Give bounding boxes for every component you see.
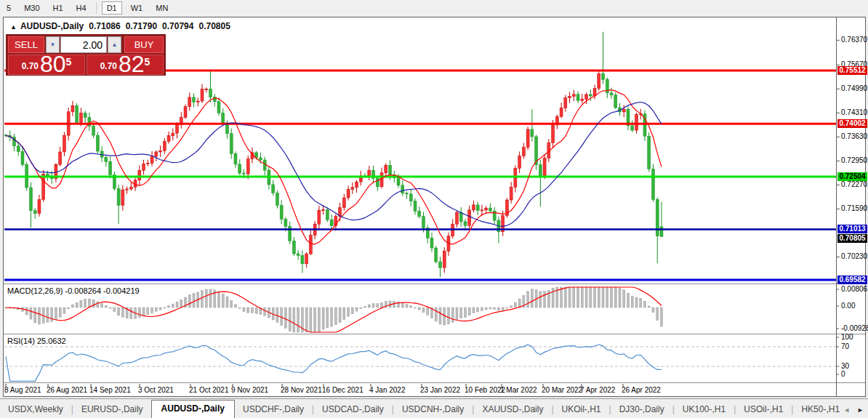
tab-scroll-left-icon[interactable]: ◄ — [843, 406, 850, 414]
price-axis-label: 0.73630 — [841, 132, 867, 140]
chart-tab-usoil-h1[interactable]: USOil-,H1 — [736, 401, 791, 418]
price-axis-label: 0.74310 — [841, 108, 867, 116]
buy-price-pips: 82 — [118, 55, 145, 74]
level-price-badge: 0.71013 — [837, 225, 867, 233]
price-axis-label: 0.00 — [841, 302, 855, 310]
sell-price-point: 5 — [66, 56, 72, 68]
chart-tab-usdcad-daily[interactable]: USDCAD-,Daily — [314, 401, 392, 418]
date-tick-label: 9 Nov 2021 — [231, 386, 268, 394]
macd-indicator-label: MACD(12,26,9) -0.008264 -0.004219 — [7, 286, 140, 295]
chart-tab-usdchf-daily[interactable]: USDCHF-,Daily — [235, 401, 312, 418]
level-price-badge: 0.72504 — [837, 172, 867, 181]
quote-open: 0.71086 — [89, 21, 120, 31]
volume-decrease-button[interactable]: ▼ — [46, 36, 60, 53]
buy-price-prefix: 0.70 — [100, 61, 117, 71]
chart-symbol-label: AUDUSD-,Daily — [20, 21, 84, 31]
chart-title: ▲AUDUSD-,Daily0.710860.717900.707940.708… — [10, 21, 230, 31]
date-tick-label: 23 Jan 2022 — [420, 386, 460, 394]
tab-scroll-right-icon[interactable]: ► — [857, 406, 864, 414]
date-tick-label: 14 Sep 2021 — [89, 386, 131, 394]
chart-tab-dj30-daily[interactable]: DJ30-,Daily — [611, 401, 672, 418]
price-axis-label: 0.71590 — [841, 204, 867, 212]
buy-button[interactable]: BUY — [124, 36, 164, 53]
level-price-badge: 0.74002 — [837, 119, 867, 128]
date-tick-label: 16 Dec 2021 — [322, 386, 363, 394]
panel-separator-dates — [4, 382, 865, 384]
sell-price-pips: 80 — [40, 55, 66, 74]
chart-tab-hk50-h1[interactable]: HK50-,H1 — [793, 401, 848, 418]
price-axis-label: 100 — [841, 333, 853, 341]
level-price-badge: 0.69582 — [837, 276, 867, 284]
quote-close: 0.70805 — [198, 21, 230, 31]
price-axis-label: 0 — [841, 370, 845, 378]
volume-increase-button[interactable]: ▲ — [108, 36, 121, 53]
price-axis-label: 70 — [841, 342, 849, 350]
chart-tab-usdcnh-daily[interactable]: USDCNH-,Daily — [394, 401, 472, 418]
date-tick-label: 7 Apr 2022 — [580, 386, 615, 394]
date-tick-label: 28 Nov 2021 — [281, 386, 322, 394]
price-axis-label: 0.72950 — [841, 156, 867, 164]
chart-tab-bar: USDX,Weekly|EURUSD-,DailyAUDUSD-,DailyUS… — [0, 398, 868, 418]
date-tick-label: 26 Aug 2021 — [47, 386, 87, 394]
chevron-up-icon: ▲ — [112, 41, 118, 48]
chart-tab-uk100-h1[interactable]: UK100-,H1 — [675, 401, 734, 418]
date-tick-label: 3 Oct 2021 — [138, 386, 174, 394]
date-tick-label: 10 Feb 2022 — [465, 386, 505, 394]
quote-low: 0.70794 — [162, 21, 193, 31]
date-tick-label: 8 Aug 2021 — [4, 386, 41, 394]
rsi-indicator-label: RSI(14) 25.0632 — [7, 337, 66, 345]
price-axis-label: 0.74990 — [841, 84, 867, 92]
chevron-down-icon: ▼ — [50, 41, 56, 48]
date-tick-label: 26 Apr 2022 — [622, 386, 661, 394]
buy-price-point: 5 — [145, 56, 150, 68]
chart-tab-xauusd-daily[interactable]: XAUUSD-,Daily — [474, 401, 551, 418]
sell-quote-button[interactable]: 0.70805 — [8, 55, 85, 75]
date-tick-label: 21 Oct 2021 — [189, 386, 228, 394]
price-axis-label: 0.70230 — [841, 252, 867, 260]
price-axis[interactable]: 0.763700.756700.749900.743100.736300.729… — [837, 17, 868, 397]
price-axis-label: 0.72270 — [841, 180, 867, 188]
current-price-badge: 0.70805 — [837, 234, 867, 243]
chart-tab-eurusd-daily[interactable]: EURUSD-,Daily — [73, 401, 151, 418]
volume-input[interactable]: 2.00 — [60, 36, 107, 53]
sell-price-prefix: 0.70 — [22, 61, 39, 71]
buy-quote-button[interactable]: 0.70825 — [87, 55, 164, 75]
panel-separator-macd[interactable] — [4, 284, 865, 285]
chart-tab-usdx-weekly[interactable]: USDX,Weekly — [0, 401, 71, 418]
price-axis-label: 30 — [841, 362, 849, 370]
panel-separator-rsi[interactable] — [4, 334, 865, 335]
date-tick-label: 4 Jan 2022 — [369, 386, 406, 394]
tab-scroll-nav: ◄ ► — [843, 406, 864, 414]
price-axis-label: -0.009286 — [841, 324, 868, 332]
sell-button[interactable]: SELL — [8, 36, 44, 53]
collapse-trade-panel-icon[interactable]: ▲ — [10, 23, 17, 31]
date-tick-label: 20 Mar 2022 — [542, 386, 582, 394]
date-tick-label: 1 Mar 2022 — [500, 386, 537, 394]
chart-tab-ukoil-h1[interactable]: UKOil-,H1 — [554, 401, 609, 418]
quote-high: 0.71790 — [126, 21, 157, 31]
trading-app: 5M30H1H4D1W1MN ▲AUDUSD-,Daily0.710860.71… — [0, 0, 868, 418]
level-price-badge: 0.75512 — [837, 66, 867, 75]
one-click-trade-panel: SELL ▼ 2.00 ▲ BUY 0.70805 0.70825 — [6, 34, 166, 76]
chart-tab-audusd-daily[interactable]: AUDUSD-,Daily — [151, 400, 235, 418]
price-axis-label: 0.76370 — [841, 36, 867, 44]
price-axis-label: 0.008061 — [841, 285, 868, 293]
